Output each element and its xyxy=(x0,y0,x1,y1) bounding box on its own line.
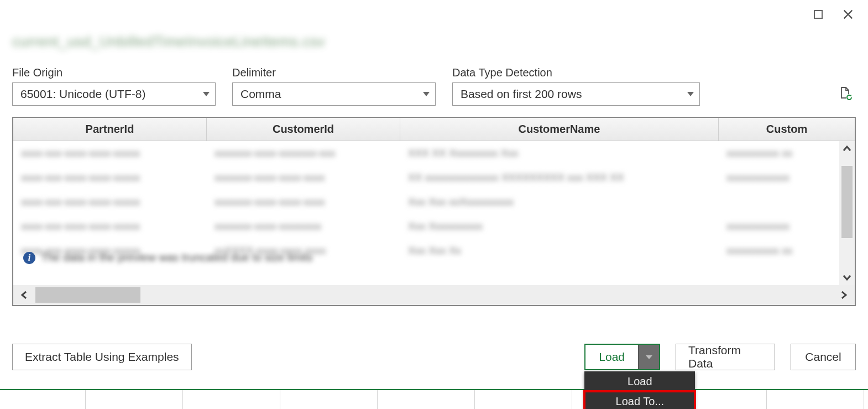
cell: xxxx-xxx-xxxx-xxxx-xxxxx xyxy=(13,196,207,208)
menu-item-load-to[interactable]: Load To... xyxy=(584,391,695,409)
scroll-down-icon[interactable] xyxy=(839,270,855,285)
cell: xxxxxxxxxx xx xyxy=(719,245,855,257)
cancel-button[interactable]: Cancel xyxy=(791,344,856,370)
cell: xxxx-xxx-xxxx-xxxx-xxxxx xyxy=(13,220,207,232)
scroll-left-icon[interactable] xyxy=(13,285,35,305)
detection-value: Based on first 200 rows xyxy=(461,87,582,101)
table-row: xxxx-xxx-xxxx-xxxx-xxxxx xxxxxxx-xxxx-xx… xyxy=(13,165,855,190)
grid-body: xxxx-xxx-xxxx-xxxx-xxxxx xxxxxxx-xxxx-xx… xyxy=(13,141,855,285)
cell: xxxxxxx-xxxx-xxxx-xxxx xyxy=(207,196,400,208)
transform-data-button[interactable]: Transform Data xyxy=(676,344,775,370)
cell: xxxxxxx-xxxx-xxxx-xxxx xyxy=(207,172,400,184)
detection-select[interactable]: Based on first 200 rows xyxy=(452,82,700,106)
file-origin-label: File Origin xyxy=(12,66,216,79)
data-preview-grid: PartnerId CustomerId CustomerName Custom… xyxy=(12,117,856,306)
cell: xxxxxxxxxxxx xyxy=(719,220,855,232)
column-header-customerid[interactable]: CustomerId xyxy=(207,118,400,141)
import-options-row: File Origin 65001: Unicode (UTF-8) Delim… xyxy=(12,66,856,106)
cell: xxxxxxx-xxxx-xxxxxxxx xyxy=(207,220,400,232)
delimiter-select[interactable]: Comma xyxy=(232,82,436,106)
load-split-button: Load xyxy=(584,344,660,370)
file-title: current_usd_UnbilledTimeInvoiceLineItems… xyxy=(12,33,305,51)
scrollbar-track[interactable] xyxy=(35,285,833,305)
info-text: The data in the preview was truncated du… xyxy=(41,251,312,264)
close-button[interactable] xyxy=(841,8,855,21)
dialog-footer: Extract Table Using Examples Load Load L… xyxy=(12,344,856,370)
delimiter-label: Delimiter xyxy=(232,66,436,79)
cell: xxxx-xxx-xxxx-xxxx-xxxxx xyxy=(13,172,207,184)
scroll-up-icon[interactable] xyxy=(839,141,855,157)
table-row: xxxx-xxx-xxxx-xxxx-xxxxx xxxxxxx-xxxx-xx… xyxy=(13,141,855,165)
column-header-custom[interactable]: Custom xyxy=(719,118,855,141)
grid-header: PartnerId CustomerId CustomerName Custom xyxy=(13,118,855,141)
info-icon: i xyxy=(23,252,35,264)
cell: xxxxxxx-xxxx-xxxxxxx-xxx xyxy=(207,147,400,159)
cell: xxxxxxxxxxxx xyxy=(719,172,855,184)
cell: Xxx Xxx Xx xyxy=(400,245,719,257)
cell: Xxx Xxxxxxxxxx xyxy=(400,220,719,232)
menu-item-load[interactable]: Load xyxy=(584,371,695,391)
chevron-down-icon xyxy=(423,92,430,96)
info-message: i The data in the preview was truncated … xyxy=(23,251,312,264)
cell: XXX XX Xxxxxxxxx Xxx xyxy=(400,147,719,159)
load-dropdown-toggle[interactable] xyxy=(638,345,659,369)
chevron-down-icon xyxy=(646,355,652,359)
chevron-down-icon xyxy=(203,92,210,96)
column-header-customername[interactable]: CustomerName xyxy=(400,118,719,141)
scrollbar-thumb[interactable] xyxy=(35,287,140,303)
chevron-down-icon xyxy=(687,92,694,96)
load-button[interactable]: Load xyxy=(585,345,638,369)
scroll-right-icon[interactable] xyxy=(833,285,855,305)
file-origin-select[interactable]: 65001: Unicode (UTF-8) xyxy=(12,82,216,106)
load-dropdown-menu: Load Load To... xyxy=(584,371,695,409)
delimiter-value: Comma xyxy=(240,87,281,101)
table-row: xxxx-xxx-xxxx-xxxx-xxxxx xxxxxxx-xxxx-xx… xyxy=(13,190,855,214)
column-header-partnerid[interactable]: PartnerId xyxy=(13,118,207,141)
detection-label: Data Type Detection xyxy=(452,66,700,79)
maximize-button[interactable] xyxy=(812,8,825,21)
cell: xxxx-xxx-xxxx-xxxx-xxxxx xyxy=(13,147,207,159)
file-origin-value: 65001: Unicode (UTF-8) xyxy=(20,87,145,101)
cell: XX xxxxxxxxxxxxxx XXXXXXXXX xxx XXX XX xyxy=(400,172,719,184)
spreadsheet-gridline xyxy=(0,389,868,409)
scrollbar-thumb[interactable] xyxy=(841,166,853,238)
table-row: xxxx-xxx-xxxx-xxxx-xxxxx xxxxxxx-xxxx-xx… xyxy=(13,214,855,239)
horizontal-scrollbar[interactable] xyxy=(13,285,855,305)
vertical-scrollbar[interactable] xyxy=(839,141,855,285)
cell: xxxxxxxxxx xx xyxy=(719,147,855,159)
extract-table-button[interactable]: Extract Table Using Examples xyxy=(12,344,192,370)
cell: Xxx Xxx xxXxxxxxxxxx xyxy=(400,196,719,208)
refresh-button[interactable] xyxy=(836,84,856,103)
